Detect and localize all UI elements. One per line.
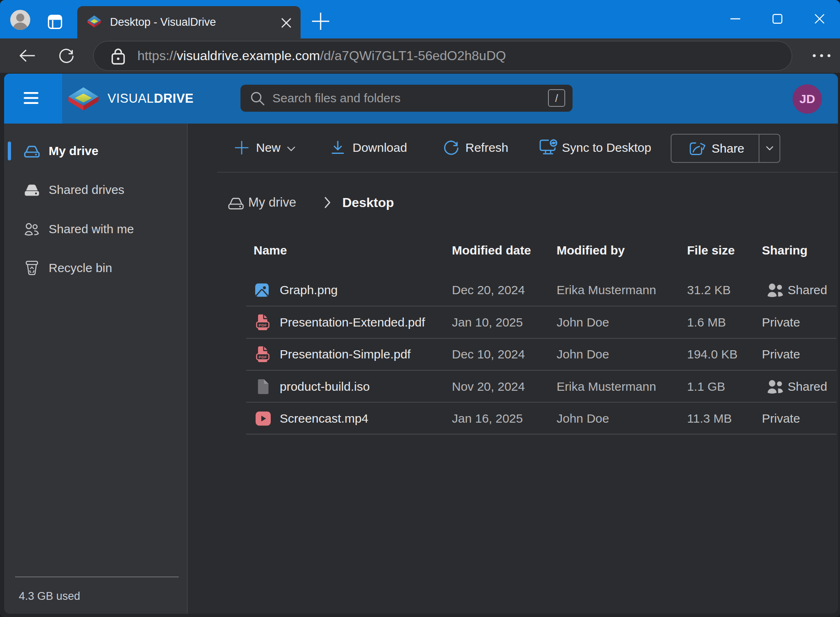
svg-text:PDF: PDF — [258, 355, 267, 359]
svg-text:PDF: PDF — [258, 323, 267, 327]
